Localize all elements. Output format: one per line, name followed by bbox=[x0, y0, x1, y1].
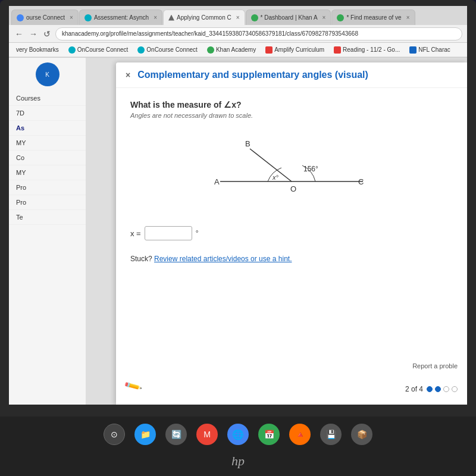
taskbar-screenshots-icon[interactable]: 🔄 bbox=[165, 424, 187, 445]
bookmark-amplify[interactable]: Amplify Curriculum bbox=[263, 46, 327, 54]
modal-header: × Complementary and supplementary angles… bbox=[116, 62, 467, 88]
taskbar-files-icon[interactable]: 📁 bbox=[134, 424, 156, 445]
svg-text:A: A bbox=[214, 177, 220, 186]
tab-close-dashboard[interactable]: × bbox=[322, 14, 326, 21]
bookmark-oncourse2[interactable]: OnCourse Connect bbox=[135, 46, 200, 54]
tab-findmeasure[interactable]: * Find measure of ve × bbox=[331, 10, 415, 25]
bookmark-oncourse1[interactable]: OnCourse Connect bbox=[66, 46, 131, 54]
report-area[interactable]: Report a proble bbox=[412, 362, 458, 369]
modal-body: What is the measure of ∠x? Angles are no… bbox=[116, 88, 467, 280]
tab-oncourse[interactable]: ourse Connect × bbox=[11, 10, 79, 25]
sidebar-item-courses[interactable]: Courses bbox=[9, 91, 86, 106]
taskbar-icons: ⊙ 📁 🔄 M 🌐 📅 🔺 💾 📦 bbox=[92, 420, 384, 449]
pencil-icon[interactable]: ✏️ bbox=[123, 376, 143, 396]
forward-button[interactable]: → bbox=[28, 29, 39, 39]
tab-close-assessment[interactable]: × bbox=[154, 14, 157, 21]
answer-row: x = ° bbox=[130, 226, 453, 240]
diagram-svg: A B O C 156° x° bbox=[196, 131, 387, 214]
svg-text:C: C bbox=[358, 177, 364, 186]
tab-close-findmeasure[interactable]: × bbox=[406, 14, 410, 21]
tab-dashboard[interactable]: * Dashboard | Khan A × bbox=[246, 10, 331, 25]
question-subtitle: Angles are not necessarily drawn to scal… bbox=[130, 112, 453, 119]
bookmark-khan[interactable]: Khan Academy bbox=[205, 46, 258, 54]
sidebar-logo: K bbox=[36, 62, 60, 86]
sidebar-item-te[interactable]: Te bbox=[9, 210, 86, 225]
progress-text: 2 of 4 bbox=[405, 385, 423, 393]
sidebar-logo-text: K bbox=[45, 71, 49, 78]
dot-3 bbox=[443, 386, 449, 392]
sidebar-item-7d[interactable]: 7D bbox=[9, 106, 86, 121]
tab-assessment[interactable]: Assessment: Asynch × bbox=[79, 10, 162, 25]
progress-dots bbox=[427, 386, 458, 392]
tab-label-assessment: Assessment: Asynch bbox=[94, 14, 149, 21]
main-content: × Complementary and supplementary angles… bbox=[86, 58, 467, 405]
tab-applying[interactable]: Applying Common C × bbox=[163, 10, 245, 25]
svg-line-1 bbox=[250, 149, 292, 181]
stuck-link[interactable]: Review related articles/videos or use a … bbox=[154, 255, 292, 263]
sidebar-item-my1[interactable]: MY bbox=[9, 136, 86, 151]
bookmark-label-khan: Khan Academy bbox=[216, 46, 256, 53]
bookmark-icon-oncourse1 bbox=[68, 46, 76, 54]
taskbar-chrome-icon[interactable]: 🌐 bbox=[227, 424, 249, 445]
hp-logo: hp bbox=[231, 453, 245, 469]
bookmark-label-oncourse1: OnCourse Connect bbox=[77, 46, 129, 53]
taskbar-storage-icon[interactable]: 💾 bbox=[320, 424, 342, 445]
svg-text:B: B bbox=[245, 139, 250, 148]
sidebar-item-co[interactable]: Co bbox=[9, 151, 86, 165]
bookmark-very[interactable]: very Bookmarks bbox=[14, 46, 61, 54]
sidebar-item-as[interactable]: As bbox=[9, 121, 86, 136]
tab-close-oncourse[interactable]: × bbox=[70, 14, 73, 21]
bookmark-label-amplify: Amplify Curriculum bbox=[274, 46, 324, 53]
taskbar: ⊙ 📁 🔄 M 🌐 📅 🔺 💾 📦 hp bbox=[0, 416, 476, 476]
modal-panel: × Complementary and supplementary angles… bbox=[116, 62, 467, 405]
report-label: Report a proble bbox=[412, 362, 458, 369]
taskbar-docs-icon[interactable]: 📅 bbox=[258, 424, 280, 445]
stuck-text: Stuck? bbox=[130, 255, 152, 263]
taskbar-gmail-icon[interactable]: M bbox=[196, 424, 218, 445]
modal-close-button[interactable]: × bbox=[126, 70, 130, 80]
answer-label: x = bbox=[130, 229, 141, 238]
address-text: khanacademy.org/profile/me/assignments/t… bbox=[62, 30, 358, 37]
bookmark-label-nfl: NFL Charac bbox=[418, 46, 450, 53]
dot-4 bbox=[452, 386, 458, 392]
svg-text:x°: x° bbox=[272, 174, 279, 181]
degree-symbol: ° bbox=[196, 229, 199, 237]
address-bar-row: ← → ↺ khanacademy.org/profile/me/assignm… bbox=[9, 25, 467, 43]
bookmarks-bar: very Bookmarks OnCourse Connect OnCourse… bbox=[9, 43, 467, 57]
tab-favicon-dashboard bbox=[251, 14, 258, 21]
left-sidebar: K Courses 7D As MY Co MY Pro bbox=[9, 58, 86, 405]
tab-label-oncourse: ourse Connect bbox=[26, 14, 65, 21]
bookmark-nfl[interactable]: NFL Charac bbox=[407, 46, 453, 54]
diagram-area: A B O C 156° x° bbox=[196, 131, 387, 214]
answer-input[interactable] bbox=[145, 226, 192, 240]
sidebar-item-pro1[interactable]: Pro bbox=[9, 180, 86, 195]
tab-label-findmeasure: * Find measure of ve bbox=[346, 14, 401, 21]
bookmark-label-very: very Bookmarks bbox=[16, 46, 59, 53]
taskbar-drive-icon[interactable]: 🔺 bbox=[289, 424, 311, 445]
address-bar[interactable]: khanacademy.org/profile/me/assignments/t… bbox=[55, 27, 462, 40]
tab-label-applying: Applying Common C bbox=[177, 14, 231, 21]
taskbar-app-icon[interactable]: 📦 bbox=[351, 424, 372, 445]
sidebar-item-pro2[interactable]: Pro bbox=[9, 195, 86, 210]
dot-1 bbox=[427, 386, 433, 392]
modal-title: Complementary and supplementary angles (… bbox=[137, 70, 368, 80]
back-button[interactable]: ← bbox=[14, 29, 24, 39]
bookmark-icon-oncourse2 bbox=[137, 46, 145, 54]
tab-close-applying[interactable]: × bbox=[236, 14, 240, 21]
question-text: What is the measure of ∠x? bbox=[130, 100, 453, 109]
bookmark-icon-amplify bbox=[265, 46, 273, 54]
bookmark-icon-khan bbox=[207, 46, 214, 54]
bookmark-icon-reading bbox=[334, 46, 341, 54]
reload-button[interactable]: ↺ bbox=[42, 29, 52, 39]
tab-favicon-applying bbox=[168, 15, 174, 21]
screen: ourse Connect × Assessment: Asynch × App… bbox=[9, 6, 467, 405]
tab-favicon-findmeasure bbox=[337, 14, 344, 21]
tab-favicon-assessment bbox=[84, 14, 92, 21]
stuck-section: Stuck? Review related articles/videos or… bbox=[130, 255, 453, 263]
sidebar-item-my2[interactable]: MY bbox=[9, 165, 86, 180]
tab-favicon-oncourse bbox=[17, 14, 24, 21]
svg-text:O: O bbox=[290, 184, 296, 193]
taskbar-power-icon[interactable]: ⊙ bbox=[104, 424, 125, 445]
bookmark-reading[interactable]: Reading - 11/2 - Go... bbox=[331, 46, 402, 54]
bookmark-label-oncourse2: OnCourse Connect bbox=[146, 46, 198, 53]
